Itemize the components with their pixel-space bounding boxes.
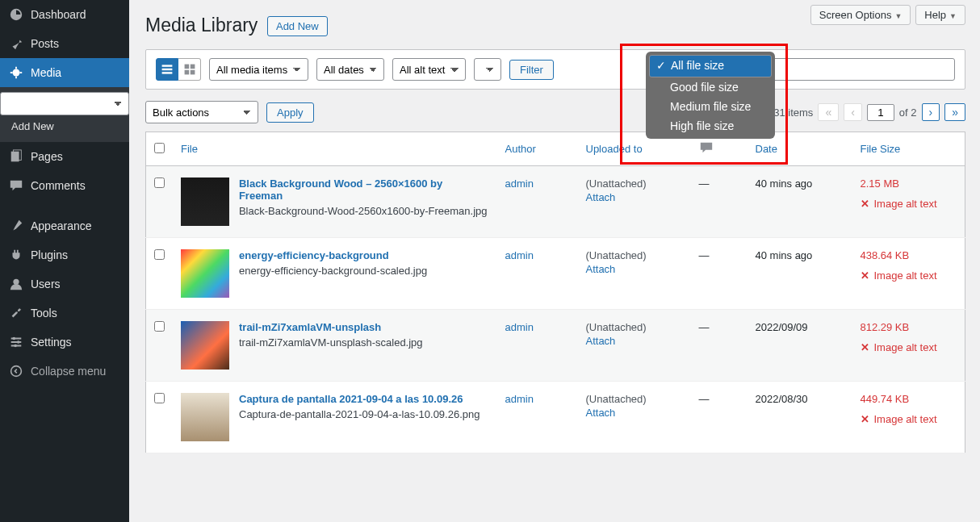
items-count: 31 items (773, 106, 813, 119)
select-all-checkbox[interactable] (154, 143, 165, 153)
row-checkbox[interactable] (154, 249, 165, 260)
svg-point-0 (13, 69, 20, 77)
author-link[interactable]: admin (505, 321, 534, 333)
dropdown-option[interactable]: Good file size (649, 77, 772, 97)
file-title-link[interactable]: energy-efficiency-background (239, 249, 427, 261)
dashboard-icon (8, 6, 24, 23)
comments-cell: — (691, 238, 748, 310)
page-icon (8, 148, 24, 165)
author-link[interactable]: admin (505, 177, 534, 190)
file-header[interactable]: File (173, 132, 497, 166)
brush-icon (8, 218, 24, 234)
svg-rect-11 (184, 65, 189, 69)
comment-icon (699, 145, 714, 157)
author-link[interactable]: admin (505, 249, 534, 261)
file-size-value: 2.15 MB (861, 177, 899, 190)
next-page-button[interactable]: › (922, 103, 940, 121)
sidebar-item-media[interactable]: Media (0, 58, 129, 87)
author-link[interactable]: admin (505, 393, 534, 405)
svg-point-5 (17, 340, 20, 344)
sidebar-sub-library[interactable]: Library (0, 92, 129, 115)
sidebar-item-tools[interactable]: Tools (0, 299, 129, 328)
dropdown-option[interactable]: Medium file size (649, 97, 772, 116)
apply-button[interactable]: Apply (266, 102, 314, 123)
date-cell: 40 mins ago (748, 166, 852, 238)
first-page-button[interactable]: « (818, 103, 839, 121)
file-title-link[interactable]: trail-mZi7xamlaVM-unsplash (239, 321, 423, 333)
alt-warn-label: Image alt text (874, 341, 937, 353)
plug-icon (8, 247, 24, 263)
x-icon: ✕ (861, 269, 869, 282)
file-name: energy-efficiency-background-scaled.jpg (239, 265, 427, 277)
add-new-button[interactable]: Add New (267, 16, 328, 36)
view-list-icon[interactable] (156, 58, 178, 81)
admin-sidebar: Dashboard Posts Media Library Add New Pa… (0, 0, 129, 522)
col-label: Author (505, 143, 536, 155)
sidebar-label: Plugins (31, 248, 68, 261)
attach-link[interactable]: Attach (586, 407, 683, 419)
sidebar-item-comments[interactable]: Comments (0, 171, 129, 200)
media-type-select[interactable]: All media items (209, 58, 308, 81)
svg-point-4 (13, 337, 16, 340)
help-button[interactable]: Help▼ (915, 5, 965, 25)
row-checkbox[interactable] (154, 321, 165, 332)
sidebar-collapse[interactable]: Collapse menu (0, 357, 129, 386)
file-size-header[interactable]: File Size (852, 132, 965, 166)
pin-icon (8, 35, 24, 52)
pagination: 31 items « ‹ of 2 › » (773, 103, 965, 121)
alt-text-select[interactable]: All alt text (392, 58, 466, 81)
svg-rect-12 (190, 65, 195, 69)
current-page-input[interactable] (867, 104, 894, 121)
sidebar-label: Settings (31, 336, 72, 349)
sidebar-item-plugins[interactable]: Plugins (0, 240, 129, 269)
file-size-select[interactable] (474, 58, 501, 81)
svg-rect-13 (184, 70, 189, 75)
file-title-link[interactable]: Captura de pantalla 2021-09-04 a las 10.… (239, 393, 480, 405)
media-icon (8, 65, 24, 81)
x-icon: ✕ (861, 341, 869, 353)
sidebar-label: Appearance (31, 219, 92, 232)
sidebar-item-settings[interactable]: Settings (0, 328, 129, 357)
dropdown-option[interactable]: High file size (649, 116, 772, 136)
dropdown-option[interactable]: All file size (649, 55, 772, 77)
svg-rect-10 (162, 72, 173, 73)
file-name: Black-Background-Wood-2560x1600-by-Freem… (239, 205, 488, 217)
row-checkbox[interactable] (154, 393, 165, 403)
search-input[interactable] (769, 58, 955, 81)
attach-link[interactable]: Attach (586, 191, 683, 203)
thumbnail[interactable] (181, 249, 229, 298)
row-checkbox[interactable] (154, 177, 165, 188)
comments-cell: — (691, 166, 748, 238)
sidebar-item-pages[interactable]: Pages (0, 142, 129, 171)
last-page-button[interactable]: » (944, 103, 965, 121)
svg-point-7 (11, 366, 22, 377)
sidebar-item-dashboard[interactable]: Dashboard (0, 0, 129, 29)
view-grid-icon[interactable] (178, 58, 201, 81)
attach-link[interactable]: Attach (586, 335, 683, 347)
thumbnail[interactable] (181, 177, 229, 226)
author-header[interactable]: Author (497, 132, 578, 166)
select-all-header (146, 132, 174, 166)
sidebar-label: Collapse menu (31, 365, 106, 378)
alt-text-warning: ✕Image alt text (861, 413, 957, 425)
bulk-actions-select[interactable]: Bulk actions (145, 101, 258, 123)
file-title-link[interactable]: Black Background Wood – 2560×1600 by Fre… (239, 177, 489, 202)
thumbnail[interactable] (181, 321, 229, 370)
filter-button[interactable]: Filter (509, 60, 554, 80)
attach-link[interactable]: Attach (586, 263, 683, 275)
dates-select[interactable]: All dates (316, 58, 384, 81)
unattached-label: (Unattached) (586, 177, 647, 190)
collapse-icon (8, 363, 24, 379)
view-switcher (156, 58, 201, 81)
unattached-label: (Unattached) (586, 249, 647, 261)
prev-page-button[interactable]: ‹ (844, 103, 862, 121)
bulk-row: Bulk actions Apply 31 items « ‹ of 2 › » (145, 101, 965, 123)
screen-options-button[interactable]: Screen Options▼ (810, 5, 911, 25)
sidebar-item-posts[interactable]: Posts (0, 29, 129, 58)
sidebar-item-appearance[interactable]: Appearance (0, 211, 129, 240)
sidebar-label: Comments (31, 179, 86, 192)
sidebar-sub-addnew[interactable]: Add New (0, 115, 129, 137)
alt-warn-label: Image alt text (874, 269, 937, 282)
thumbnail[interactable] (181, 393, 229, 441)
sidebar-item-users[interactable]: Users (0, 269, 129, 299)
